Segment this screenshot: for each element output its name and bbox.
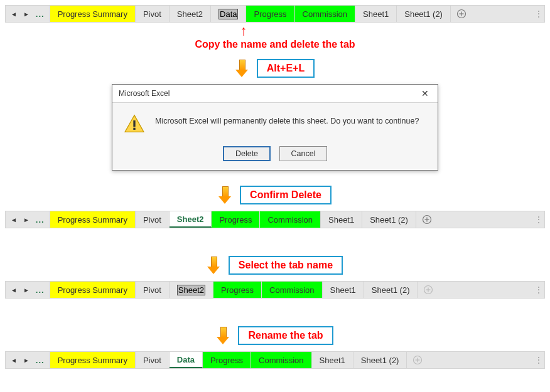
sheet-tab[interactable]: Commission [262, 282, 323, 298]
sheet-tab[interactable]: Commission [251, 352, 312, 368]
sheet-tab-label: Sheet2 [177, 215, 204, 224]
sheet-tab-label: Commission [303, 9, 348, 19]
sheet-tab[interactable]: Progress Summary [50, 6, 136, 22]
sheet-tab-label: Sheet2 [177, 9, 203, 19]
sheet-tab-label: Sheet1 [328, 215, 354, 225]
sheet-tab[interactable]: Commission [295, 6, 356, 22]
tab-overflow-icon[interactable]: ... [36, 215, 45, 225]
sheet-tab[interactable]: Sheet2 [170, 211, 212, 228]
step-alt-e-l: Alt+E+L [5, 59, 545, 78]
sheet-tab[interactable]: Sheet1 [321, 211, 362, 228]
sheet-tab-label: Sheet1 (2) [372, 285, 410, 295]
tab-prev-icon[interactable]: ◄ [11, 287, 17, 294]
arrow-down-icon [218, 186, 231, 204]
sheet-tab-label: Sheet1 (2) [370, 215, 408, 225]
sheet-tab[interactable]: Pivot [136, 282, 170, 298]
sheet-tab[interactable]: Commission [260, 211, 321, 228]
tab-next-icon[interactable]: ► [23, 287, 30, 294]
tab-bar-menu-icon[interactable]: ⋮ [533, 282, 544, 298]
dialog-title: Microsoft Excel [119, 89, 170, 98]
tab-nav: ◄ ► ... [6, 211, 50, 228]
sheet-tab-label: Sheet1 (2) [361, 356, 399, 365]
sheet-tab[interactable]: Data [170, 352, 203, 368]
dialog-message: Microsoft Excel will permanently delete … [155, 114, 419, 125]
step-rename-tab: Rename the tab [5, 326, 545, 345]
sheet-tab-bar-1: ◄ ► ... Progress SummaryPivotSheet2DataP… [5, 5, 545, 23]
step-label-rename-tab: Rename the tab [238, 326, 333, 345]
sheet-tab[interactable]: Sheet1 [323, 282, 364, 298]
sheet-tab-label: Progress Summary [58, 215, 127, 225]
sheet-tab[interactable]: Progress [212, 211, 260, 228]
delete-sheet-dialog: Microsoft Excel ✕ Microsoft Excel will p… [112, 84, 438, 171]
sheet-tab-label: Progress Summary [58, 285, 127, 295]
tab-overflow-icon[interactable]: ... [36, 285, 45, 295]
dialog-close-button[interactable]: ✕ [418, 88, 433, 98]
sheet-tab[interactable]: Sheet2 [170, 282, 213, 298]
sheet-tab[interactable]: Sheet1 [355, 6, 397, 22]
arrow-down-icon [235, 60, 248, 77]
dialog-delete-button[interactable]: Delete [223, 146, 271, 161]
tab-next-icon[interactable]: ► [23, 216, 30, 223]
sheet-tab-label: Sheet1 (2) [404, 9, 443, 19]
tab-bar-menu-icon[interactable]: ⋮ [533, 6, 544, 22]
sheet-tab-bar-4: ◄ ► ... Progress SummaryPivotDataProgres… [5, 351, 545, 369]
sheet-tab-bar-3: ◄ ► ... Progress SummaryPivotSheet2Progr… [5, 281, 545, 299]
pointer-up-icon: ↑ [231, 23, 256, 39]
sheet-tab[interactable]: Sheet1 (2) [397, 6, 451, 22]
sheet-tab[interactable]: Sheet1 (2) [364, 282, 418, 298]
dialog-cancel-button[interactable]: Cancel [279, 146, 327, 161]
sheet-tab[interactable]: Data [211, 6, 246, 22]
sheet-tab[interactable]: Progress Summary [50, 282, 136, 298]
new-sheet-button[interactable] [418, 282, 439, 298]
sheet-tab-label: Sheet1 [330, 285, 356, 295]
sheet-tab-label: Progress [254, 9, 286, 19]
svg-rect-4 [133, 120, 135, 127]
warning-icon [124, 114, 145, 135]
tab-prev-icon[interactable]: ◄ [11, 357, 17, 364]
tab-prev-icon[interactable]: ◄ [11, 11, 17, 18]
arrow-down-icon [217, 327, 229, 344]
sheet-tab[interactable]: Pivot [136, 211, 170, 228]
sheet-tab-label: Progress [221, 285, 254, 295]
tab-nav: ◄ ► ... [6, 6, 50, 22]
step-confirm-delete: Confirm Delete [5, 186, 545, 204]
sheet-tab[interactable]: Progress Summary [50, 352, 136, 368]
tab-next-icon[interactable]: ► [23, 11, 30, 18]
sheet-tab[interactable]: Progress [246, 6, 294, 22]
tab-bar-menu-icon[interactable]: ⋮ [533, 211, 544, 228]
sheet-tab-bar-2: ◄ ► ... Progress SummaryPivotSheet2Progr… [5, 211, 545, 228]
step-label-confirm-delete: Confirm Delete [240, 186, 332, 204]
sheet-tab[interactable]: Pivot [136, 352, 170, 368]
sheet-tab-label: Pivot [143, 215, 161, 225]
arrow-down-icon [207, 257, 220, 274]
sheet-tab-label: Pivot [143, 9, 161, 19]
step-label-select-tab: Select the tab name [229, 256, 343, 275]
tab-overflow-icon[interactable]: ... [36, 9, 45, 19]
sheet-tab[interactable]: Progress [203, 352, 251, 368]
step-label-alt-e-l: Alt+E+L [257, 59, 315, 78]
sheet-tab[interactable]: Sheet2 [170, 6, 211, 22]
tab-bar-menu-icon[interactable]: ⋮ [533, 352, 544, 368]
sheet-tab[interactable]: Progress Summary [50, 211, 136, 228]
sheet-tab[interactable]: Sheet1 (2) [353, 352, 407, 368]
sheet-tab[interactable]: Pivot [136, 6, 170, 22]
sheet-tab[interactable]: Sheet1 (2) [362, 211, 416, 228]
sheet-tab-label: Sheet2 [177, 285, 205, 295]
sheet-tab-label: Progress Summary [58, 9, 127, 19]
sheet-tab-label: Commission [267, 215, 313, 225]
new-sheet-button[interactable] [451, 6, 472, 22]
dialog-titlebar: Microsoft Excel ✕ [112, 85, 438, 103]
sheet-tab-label: Data [177, 355, 195, 364]
step-select-tab-name: Select the tab name [5, 256, 545, 275]
tab-prev-icon[interactable]: ◄ [11, 216, 17, 223]
tab-next-icon[interactable]: ► [23, 357, 30, 364]
sheet-tab-label: Sheet1 [320, 356, 345, 365]
svg-rect-5 [133, 128, 135, 130]
sheet-tab[interactable]: Progress [213, 282, 262, 298]
sheet-tab[interactable]: Sheet1 [312, 352, 353, 368]
tab-overflow-icon[interactable]: ... [36, 356, 45, 365]
new-sheet-button[interactable] [407, 352, 428, 368]
new-sheet-button[interactable] [416, 211, 438, 228]
sheet-tab-label: Progress Summary [58, 356, 127, 365]
sheet-tab-label: Progress [219, 215, 252, 225]
